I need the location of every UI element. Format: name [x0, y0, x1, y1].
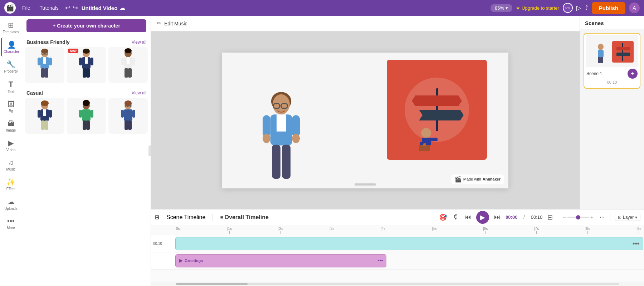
image-icon: 🏔 — [8, 119, 15, 128]
edit-music-label[interactable]: Edit Music — [164, 21, 187, 26]
svg-rect-9 — [38, 58, 40, 65]
sidebar-label-character: Character — [4, 50, 19, 54]
svg-rect-31 — [41, 120, 45, 130]
section-title-casual: Casual — [26, 90, 43, 96]
canvas-viewport[interactable]: 🎬 Made with Animaker — [151, 31, 580, 209]
svg-rect-79 — [600, 57, 603, 63]
svg-rect-82 — [622, 43, 623, 61]
mic-btn[interactable]: 🎙 — [452, 213, 460, 222]
sidebar-label-music: Music — [6, 167, 15, 171]
svg-rect-8 — [45, 68, 48, 78]
timeline-zoom: − + — [562, 214, 594, 221]
redo-button[interactable]: ↪ — [73, 4, 78, 12]
scene-tab-label: Scene Timeline — [166, 214, 205, 221]
sidebar-item-video[interactable]: ▶ Video — [1, 136, 21, 155]
drag-handle[interactable] — [355, 183, 376, 186]
skip-forward-btn[interactable]: ⏭ — [493, 213, 501, 222]
zoom-out-btn[interactable]: − — [562, 214, 566, 221]
scroll-thumb-bar[interactable] — [176, 283, 248, 285]
scenes-title: Scenes — [585, 20, 604, 26]
sidebar-label-text: Text — [8, 90, 14, 94]
ruler-9s: |9s — [636, 227, 641, 234]
canvas-character[interactable] — [258, 87, 304, 188]
ruler-3s: |3s — [330, 227, 334, 234]
ruler-6s: |6s — [483, 227, 488, 234]
greet-track-block[interactable]: ▶ Greetings ••• — [175, 254, 386, 268]
pencil-icon: ✏ — [157, 20, 161, 27]
sidebar-item-more[interactable]: ••• More — [1, 214, 21, 233]
publish-button[interactable]: Publish — [592, 2, 625, 14]
sidebar-item-character[interactable]: 👤 Character — [1, 38, 21, 56]
track-content-main[interactable]: ••• — [175, 235, 644, 252]
preview-play-icon[interactable]: ▷ — [576, 4, 581, 12]
watermark-made: Made with — [463, 177, 481, 181]
main-block-dots: ••• — [633, 240, 639, 247]
scene-thumb-1 — [586, 35, 638, 67]
sidebar-item-bg[interactable]: 🖼 Bg — [1, 97, 21, 116]
captions-btn[interactable]: ⊟ — [547, 213, 553, 222]
track-time-main: 00:10 — [153, 242, 162, 246]
sidebar-item-uploads[interactable]: ☁ Uploads — [1, 194, 21, 213]
avatar[interactable]: A — [629, 3, 640, 13]
tutorials-menu[interactable]: Tutorials — [37, 4, 62, 12]
view-all-casual[interactable]: View all — [132, 90, 146, 95]
share-icon[interactable]: ⤴ — [585, 4, 588, 12]
zoom-bar[interactable] — [567, 217, 589, 218]
topbar: 🎬 File Tutorials ↩ ↪ Untitled Video ☁ 86… — [0, 0, 644, 16]
zoom-in-btn[interactable]: + — [590, 214, 594, 221]
svg-rect-40 — [79, 110, 82, 118]
char-figure-bf2 — [75, 48, 97, 83]
char-card-bf2[interactable]: New — [67, 47, 106, 83]
watermark-brand: Animaker — [483, 177, 501, 181]
track-content-greet[interactable]: ▶ Greetings ••• — [175, 252, 644, 269]
zoom-control[interactable]: 86% ▾ — [491, 4, 512, 12]
svg-rect-6 — [43, 57, 46, 64]
logo-icon: 🎬 — [6, 4, 14, 12]
greet-block-label: Greetings — [185, 258, 203, 263]
undo-button[interactable]: ↩ — [65, 4, 70, 12]
char-card-cs3[interactable] — [108, 98, 148, 134]
svg-rect-37 — [82, 109, 91, 121]
svg-rect-61 — [292, 115, 300, 137]
sidebar-item-templates[interactable]: ⊞ Templates — [1, 18, 21, 37]
sidebar-item-music[interactable]: ♫ Music — [1, 156, 21, 174]
canvas-content: 🎬 Made with Animaker — [222, 53, 508, 188]
sidebar-item-property[interactable]: 🔧 Property — [1, 57, 21, 76]
char-card-cs2[interactable] — [67, 98, 106, 134]
svg-rect-26 — [132, 58, 135, 65]
sidebar-item-effect[interactable]: ✨ Effect — [1, 175, 21, 194]
scene-card-1[interactable]: Scene 1 + 00:10 — [584, 33, 640, 89]
char-card-bf1[interactable] — [25, 47, 64, 83]
char-card-cs1[interactable] — [25, 98, 64, 134]
layer-expand-button[interactable]: ⊡ Layer ▾ — [615, 214, 640, 221]
add-scene-button[interactable]: + — [628, 69, 638, 79]
sidebar-label-property: Property — [4, 69, 18, 73]
skip-back-btn[interactable]: ⏮ — [464, 213, 472, 222]
char-card-bf3[interactable] — [108, 47, 148, 83]
panel-header: + Create your own character — [22, 16, 151, 36]
sidebar-item-text[interactable]: T Text — [1, 77, 21, 97]
view-all-business[interactable]: View all — [132, 40, 146, 45]
timeline-scrollbar[interactable] — [151, 282, 644, 286]
text-icon: T — [9, 80, 13, 89]
file-menu[interactable]: File — [19, 4, 33, 12]
svg-point-63 — [292, 134, 300, 143]
expand-horizontal-btn[interactable]: ↔ — [598, 213, 606, 222]
svg-rect-25 — [121, 58, 124, 65]
camera-btn[interactable]: 🎯 — [438, 213, 448, 222]
ruler-4s: |4s — [381, 227, 385, 234]
video-title[interactable]: Untitled Video — [82, 5, 118, 11]
upgrade-button[interactable]: ★ Upgrade to starter — [516, 5, 559, 11]
timeline-ruler: 0s |1s |2s |3s |4s |5s |6s |7s |8s |9s |… — [151, 225, 644, 235]
tab-overall-timeline[interactable]: ≡ Overall Timeline — [217, 213, 272, 222]
char-figure-cs3 — [117, 100, 139, 132]
main-track-block[interactable]: ••• — [175, 237, 643, 251]
svg-rect-33 — [38, 110, 40, 118]
play-button[interactable]: ▶ — [476, 211, 489, 224]
create-character-button[interactable]: + Create your own character — [26, 19, 146, 32]
panel-collapse-button[interactable]: ‹ — [148, 146, 151, 156]
character-panel: + Create your own character Business Fri… — [22, 16, 151, 286]
sidebar-item-image[interactable]: 🏔 Image — [1, 117, 21, 135]
tab-scene-timeline[interactable]: Scene Timeline — [164, 213, 208, 222]
svg-rect-57 — [277, 114, 286, 132]
